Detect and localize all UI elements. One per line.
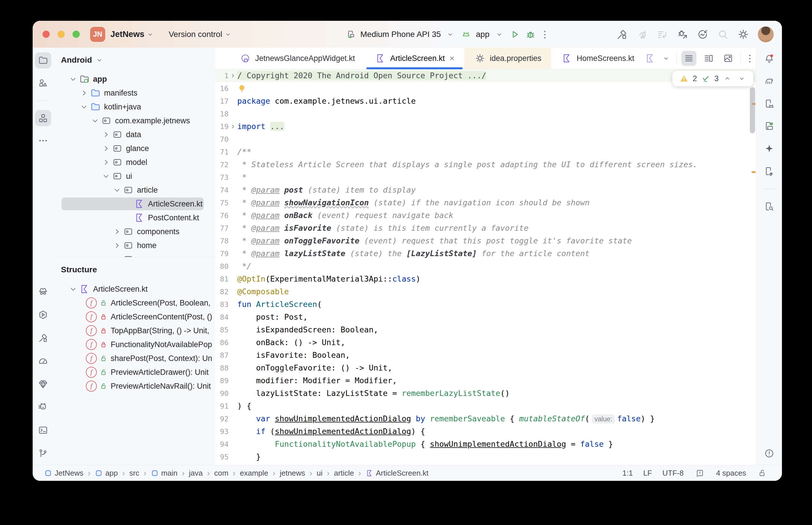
fold-arrow-icon[interactable]: [228, 123, 237, 130]
breadcrumb-main[interactable]: main: [151, 469, 177, 478]
view-design-toggle[interactable]: [721, 51, 736, 66]
inspections-status-icon[interactable]: [694, 467, 706, 479]
attach-debugger-button[interactable]: [677, 29, 688, 40]
tree-item-manifests[interactable]: manifests: [54, 86, 215, 100]
run-button[interactable]: [509, 29, 521, 40]
chevron-down-icon[interactable]: [90, 115, 101, 126]
breadcrumb-jetnews[interactable]: jetnews: [280, 469, 305, 478]
device-mirroring-tool[interactable]: [761, 163, 777, 179]
logcat-tool[interactable]: [35, 399, 51, 415]
fold-arrow-icon[interactable]: [228, 73, 237, 79]
chevron-down-icon[interactable]: [101, 170, 112, 182]
structure-item[interactable]: fTopAppBar(String, () -> Unit,: [54, 324, 215, 338]
code-line[interactable]: 18: [215, 107, 756, 120]
resource-manager-tool[interactable]: [35, 75, 51, 91]
app-inspection-tool[interactable]: [35, 376, 51, 392]
code-line[interactable]: 83fun ArticleScreen(: [215, 298, 756, 311]
code-line[interactable]: 90 lazyListState: LazyListState = rememb…: [215, 387, 756, 400]
code-line[interactable]: 77 * @param isFavorite (state) is this i…: [215, 222, 756, 235]
code-line[interactable]: 17package com.example.jetnews.ui.article: [215, 95, 756, 107]
running-devices-tool[interactable]: [35, 307, 51, 323]
code-line[interactable]: 93 if (showUnimplementedActionDialog) {: [215, 425, 756, 438]
code-line[interactable]: 79 * @param lazyListState (state) the [L…: [215, 247, 756, 260]
terminal-tool[interactable]: [35, 422, 51, 438]
indent-setting[interactable]: 4 spaces: [716, 469, 746, 478]
breadcrumb-app[interactable]: app: [95, 469, 118, 478]
close-window-button[interactable]: [43, 31, 50, 38]
breadcrumb-ArticleScreen.kt[interactable]: ArticleScreen.kt: [366, 469, 429, 478]
intention-bulb-icon[interactable]: [237, 84, 247, 93]
tree-item-article[interactable]: article: [54, 183, 215, 197]
editor-scrollbar[interactable]: [750, 87, 755, 133]
project-view-selector[interactable]: Android: [54, 48, 215, 72]
code-line[interactable]: 72 * Stateless Article Screen that displ…: [215, 158, 756, 171]
code-editor[interactable]: 1/ Copyright 2020 The Android Open Sourc…: [215, 69, 756, 465]
structure-item[interactable]: fArticleScreenContent(Post, (): [54, 310, 215, 324]
file-encoding[interactable]: UTF-8: [662, 469, 684, 478]
breadcrumb-article[interactable]: article: [334, 469, 354, 478]
breadcrumb-src[interactable]: src: [129, 469, 139, 478]
line-separator[interactable]: LF: [643, 469, 652, 478]
build-tool[interactable]: [35, 330, 51, 346]
tree-item-kotlin+java[interactable]: kotlin+java: [54, 100, 215, 114]
device-selector[interactable]: Medium Phone API 35: [345, 29, 456, 40]
minimize-window-button[interactable]: [58, 31, 65, 38]
close-tab-button[interactable]: ×: [449, 54, 455, 63]
tree-item-components[interactable]: components: [54, 225, 215, 239]
code-line[interactable]: 85 isExpandedScreen: Boolean,: [215, 324, 756, 336]
code-line[interactable]: 74 * @param post (state) item to display: [215, 184, 756, 196]
breadcrumb-ui[interactable]: ui: [317, 469, 323, 478]
search-everywhere-disabled-button[interactable]: [717, 29, 729, 40]
chevron-down-icon[interactable]: [660, 52, 672, 64]
chevron-down-icon[interactable]: [68, 283, 78, 295]
structure-item[interactable]: fsharePost(Post, Context): Un: [54, 351, 215, 365]
code-line[interactable]: 89 modifier: Modifier = Modifier,: [215, 374, 756, 387]
chevron-right-icon[interactable]: [101, 156, 112, 168]
run-configuration[interactable]: app: [476, 30, 489, 39]
profiler-button[interactable]: [697, 29, 709, 40]
code-line[interactable]: 80 */: [215, 260, 756, 273]
rerun-disabled-button[interactable]: [636, 29, 648, 40]
breadcrumb-com[interactable]: com: [214, 469, 228, 478]
tree-item[interactable]: [54, 252, 215, 257]
project-logo[interactable]: JN: [90, 27, 105, 42]
tree-item-home[interactable]: home: [54, 239, 215, 252]
code-line[interactable]: 70: [215, 133, 756, 146]
profiler-tool[interactable]: [35, 353, 51, 369]
code-line[interactable]: 88 onToggleFavorite: () -> Unit,: [215, 362, 756, 374]
tab-idea.properties[interactable]: idea.properties: [464, 48, 551, 69]
current-file-kotlin-icon[interactable]: [644, 52, 656, 64]
tab-JetnewsGlanceAppWidget.kt[interactable]: JetnewsGlanceAppWidget.kt: [230, 48, 365, 69]
chevron-right-icon[interactable]: [112, 226, 122, 237]
caret-position[interactable]: 1:1: [622, 469, 633, 478]
device-manager-tool[interactable]: [761, 95, 777, 112]
more-tool-windows[interactable]: [35, 133, 51, 149]
view-split-toggle[interactable]: [701, 51, 716, 66]
code-line[interactable]: 86 onBack: () -> Unit,: [215, 336, 756, 349]
error-stripe-mark[interactable]: [752, 171, 756, 173]
project-tool[interactable]: [35, 52, 51, 69]
problems-tool[interactable]: [761, 445, 777, 462]
tree-item-data[interactable]: data: [54, 127, 215, 141]
chevron-right-icon[interactable]: [101, 142, 112, 154]
code-line[interactable]: 81@OptIn(ExperimentalMaterial3Api::class…: [215, 273, 756, 285]
device-explorer-tool[interactable]: [761, 198, 777, 214]
tree-item-ArticleScreen.kt[interactable]: ArticleScreen.kt: [54, 197, 215, 211]
recent-actions-disabled-button[interactable]: [656, 29, 668, 40]
tree-item-PostContent.kt[interactable]: PostContent.kt: [54, 211, 215, 225]
chevron-down-icon[interactable]: [112, 184, 122, 196]
notifications-bell[interactable]: [761, 50, 777, 67]
project-name-menu[interactable]: JetNews: [110, 29, 145, 39]
code-line[interactable]: 87 isFavorite: Boolean,: [215, 349, 756, 362]
tree-item-com.example.jetnews[interactable]: com.example.jetnews: [54, 114, 215, 127]
structure-item[interactable]: fPreviewArticleDrawer(): Unit: [54, 365, 215, 379]
code-line[interactable]: 84 post: Post,: [215, 311, 756, 324]
structure-root-item[interactable]: ArticleScreen.kt: [54, 282, 215, 296]
version-control-tool[interactable]: [35, 445, 51, 462]
editor-options-button[interactable]: ⋮: [745, 54, 754, 63]
code-line[interactable]: 76 * @param onBack (event) request navig…: [215, 209, 756, 222]
structure-item[interactable]: fFunctionalityNotAvailablePop: [54, 338, 215, 351]
breadcrumb-JetNews[interactable]: JetNews: [44, 469, 84, 478]
structure-tool[interactable]: [35, 110, 51, 126]
tree-item-glance[interactable]: glance: [54, 141, 215, 155]
